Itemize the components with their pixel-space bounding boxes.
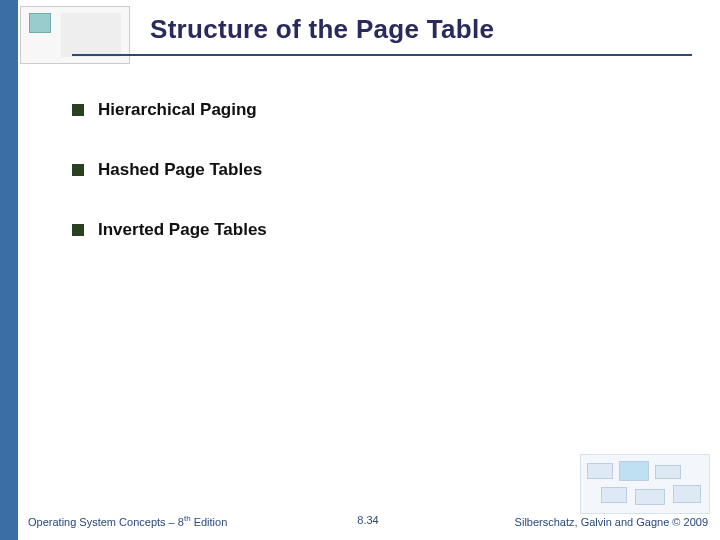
footer: Operating System Concepts – 8th Edition … — [28, 514, 708, 534]
page-title: Structure of the Page Table — [150, 14, 494, 45]
bullet-item: Hierarchical Paging — [72, 100, 672, 120]
left-rail-decor — [0, 0, 18, 540]
square-bullet-icon — [72, 104, 84, 116]
footer-book-prefix: Operating System Concepts – 8 — [28, 516, 184, 528]
square-bullet-icon — [72, 164, 84, 176]
footer-book-suffix: Edition — [191, 516, 228, 528]
slide: Structure of the Page Table Hierarchical… — [0, 0, 720, 540]
bullet-text: Hashed Page Tables — [98, 160, 262, 180]
bullet-item: Inverted Page Tables — [72, 220, 672, 240]
footer-book: Operating System Concepts – 8th Edition — [28, 514, 227, 528]
thumbnail-bottom-right — [580, 454, 710, 514]
bullet-item: Hashed Page Tables — [72, 160, 672, 180]
body: Hierarchical Paging Hashed Page Tables I… — [72, 100, 672, 280]
footer-credit: Silberschatz, Galvin and Gagne © 2009 — [515, 516, 708, 528]
square-bullet-icon — [72, 224, 84, 236]
bullet-text: Hierarchical Paging — [98, 100, 257, 120]
footer-page-number: 8.34 — [357, 514, 378, 526]
thumbnail-bars — [65, 17, 117, 53]
title-underline — [72, 54, 692, 56]
bullet-text: Inverted Page Tables — [98, 220, 267, 240]
